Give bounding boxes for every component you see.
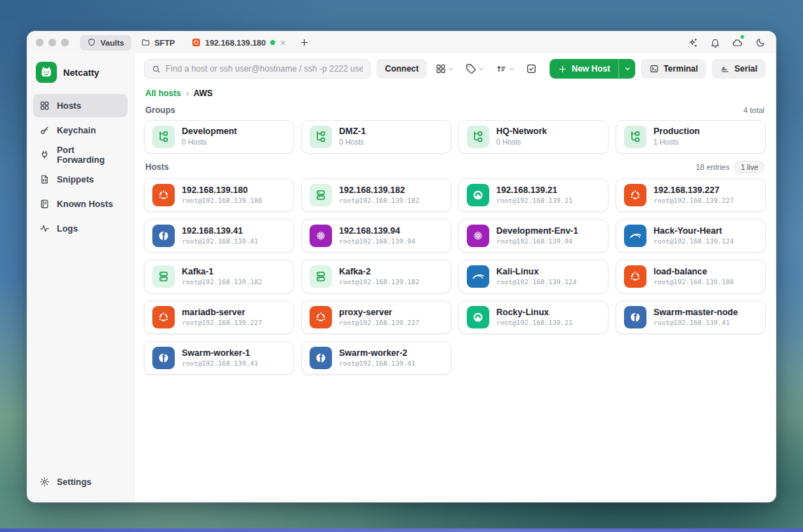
tab-icon [192,38,201,47]
tab-icon [87,38,96,47]
tag-icon [465,63,477,74]
host-name: Hack-Your-Heart [653,227,734,237]
host-card[interactable]: Kafka-1 root@192.168.139.182 [144,260,294,293]
host-card[interactable]: mariadb-server root@192.168.139.227 [144,300,294,334]
new-host-button[interactable]: New Host [550,59,618,79]
live-dot [270,40,275,45]
window-controls [36,39,69,46]
host-card[interactable]: proxy-server root@192.168.139.227 [301,300,451,334]
group-card[interactable]: DMZ-1 0 Hosts [301,120,451,154]
host-user-address: root@192.168.139.227 [339,319,419,326]
host-name: Swarm-master-node [653,308,738,318]
breadcrumb-all-hosts-link[interactable]: All hosts [145,88,181,98]
host-name: 192.168.139.41 [182,227,258,237]
host-card[interactable]: 192.168.139.94 root@192.168.139.94 [301,219,451,253]
sidebar-item-port-forwarding[interactable]: Port Forwarding [33,143,128,166]
sidebar-item-snippets[interactable]: Snippets [33,168,128,191]
notifications-bell-button[interactable] [710,37,721,48]
close-icon[interactable] [279,39,286,46]
chevron-down-icon [448,66,454,72]
host-os-icon [310,265,332,288]
host-card[interactable]: 192.168.139.180 root@192.168.139.180 [144,178,294,212]
host-name: 192.168.139.227 [653,186,734,196]
new-host-dropdown-button[interactable] [618,59,635,79]
terminal-button[interactable]: Terminal [641,59,706,79]
connect-button[interactable]: Connect [376,59,427,79]
new-tab-button[interactable] [296,34,313,51]
sidebar-item-logs[interactable]: Logs [33,217,128,240]
search-icon [152,65,161,74]
host-os-icon [152,347,175,369]
host-user-address: root@192.168.139.41 [182,360,258,367]
sidebar-item-label: Settings [57,477,91,487]
group-host-count: 0 Hosts [182,138,237,147]
traffic-light-close[interactable] [36,39,44,46]
sidebar-item-label: Hosts [57,101,81,111]
tags-filter-button[interactable] [463,59,487,79]
view-options-button[interactable] [432,59,457,79]
host-user-address: root@192.168.139.180 [182,197,262,204]
serial-button[interactable]: Serial [712,59,766,79]
host-card[interactable]: Hack-Your-Heart root@192.168.139.124 [616,219,766,253]
tab-host-192-168-139-180[interactable]: 192.168.139.180 [185,35,293,51]
window-tab-bar: Vaults SFTP 192.168.139.180 [27,32,776,53]
toolbar: Connect [134,53,776,84]
sidebar-item-label: Logs [57,224,78,234]
group-tree-icon [152,126,175,148]
group-card[interactable]: HQ-Network 0 Hosts [458,120,609,154]
group-name: DMZ-1 [339,127,366,137]
groups-grid: Development 0 Hosts DMZ-1 0 Hosts [144,120,766,154]
host-user-address: root@192.168.139.188 [653,279,734,286]
host-card[interactable]: Kafka-2 root@192.168.139.182 [301,260,451,293]
cloud-sync-button[interactable] [732,37,743,48]
tab-sftp[interactable]: SFTP [134,35,182,51]
sidebar-item-settings[interactable]: Settings [33,470,128,493]
group-tree-icon [624,126,646,148]
app-logo-row: Netcatty [33,60,128,94]
host-card[interactable]: 192.168.139.227 root@192.168.139.227 [616,178,766,212]
group-card[interactable]: Development 0 Hosts [144,120,294,154]
group-tree-icon [310,126,332,148]
group-host-count: 0 Hosts [339,138,366,147]
square-check-icon [526,63,537,74]
host-card[interactable]: Swarm-master-node root@192.168.139.41 [616,300,766,334]
cloud-status-dot [740,34,745,39]
host-card[interactable]: Swarm-worker-2 root@192.168.139.41 [301,341,451,375]
host-card[interactable]: Rocky-Linux root@192.168.139.21 [458,300,609,334]
group-host-count: 1 Hosts [653,138,700,147]
host-card[interactable]: Swarm-worker-1 root@192.168.139.41 [144,341,294,375]
search-bar[interactable] [144,59,371,79]
traffic-light-minimize[interactable] [48,39,56,46]
sidebar-item-label: Known Hosts [57,199,113,209]
sidebar-item-keychain[interactable]: Keychain [33,119,128,142]
hosts-entries-count: 18 entries [696,163,729,171]
multi-select-button[interactable] [523,59,540,79]
sidebar: Netcatty Hosts Keychain Port [27,53,134,502]
tab-vaults[interactable]: Vaults [80,35,131,51]
tab-label: Vaults [100,39,124,47]
host-card[interactable]: 192.168.139.21 root@192.168.139.21 [458,178,609,212]
sidebar-item-known-hosts[interactable]: Known Hosts [33,192,128,215]
host-name: Swarm-worker-1 [182,349,258,359]
group-tree-icon [467,126,489,148]
host-card[interactable]: Kali-Linux root@192.168.139.124 [458,260,609,293]
host-name: Kali-Linux [496,267,576,277]
search-input[interactable] [166,64,363,74]
host-name: 192.168.139.94 [339,227,416,237]
host-name: Kafka-2 [339,267,419,277]
ai-sparkles-button[interactable] [687,37,698,48]
dark-mode-toggle[interactable] [755,37,766,48]
group-card[interactable]: Production 1 Hosts [616,120,766,154]
host-os-icon [624,306,646,328]
live-count-badge: 1 live [734,161,764,173]
sort-button[interactable] [493,59,517,79]
host-card[interactable]: 192.168.139.41 root@192.168.139.41 [144,219,294,253]
host-user-address: root@192.168.139.21 [496,197,573,204]
host-card[interactable]: 192.168.139.182 root@192.168.139.182 [301,178,451,212]
host-card[interactable]: Development-Env-1 root@192.168.139.94 [458,219,609,253]
traffic-light-maximize[interactable] [61,39,69,46]
host-name: Rocky-Linux [496,308,573,318]
host-os-icon [310,306,332,328]
host-card[interactable]: load-balance root@192.168.139.188 [616,260,766,293]
sidebar-item-hosts[interactable]: Hosts [33,94,128,117]
